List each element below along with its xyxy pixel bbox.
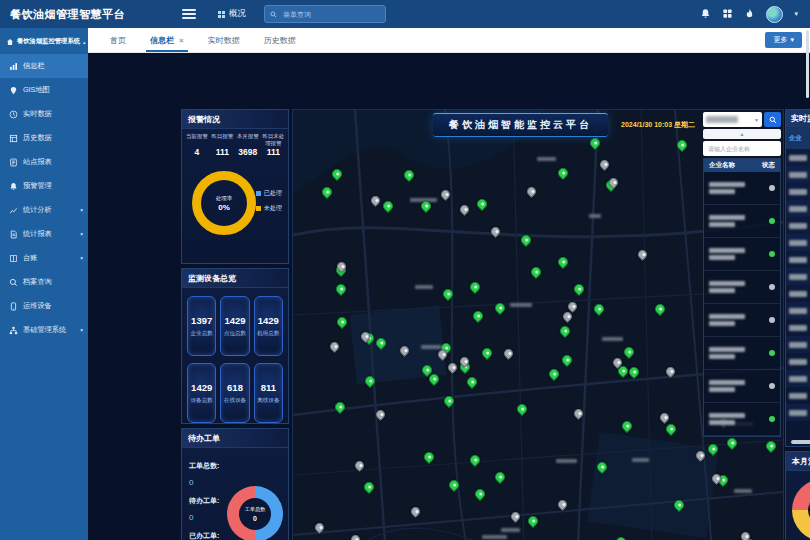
more-button[interactable]: 更多 ▾ xyxy=(765,32,802,48)
chevron-down-icon: ▾ xyxy=(80,255,83,261)
device-cards: 1397企业总数1429点位总数1429机组总数1429设备总数618在线设备8… xyxy=(182,288,288,431)
home-icon xyxy=(6,38,14,46)
sidebar-item-label: 基础管理系统 xyxy=(23,325,66,335)
table-row: 0.142024-01-30 10:03:00 xyxy=(786,234,810,251)
redacted-company-name xyxy=(709,345,745,361)
sidebar-item-site-report[interactable]: 站点报表 xyxy=(0,150,88,174)
flame-icon[interactable] xyxy=(744,5,755,23)
close-icon[interactable]: × xyxy=(179,36,184,45)
tab-history-data[interactable]: 历史数据 xyxy=(252,28,308,52)
app-root: 餐饮油烟管理智慧平台 概况 ▾ 餐饮油烟监控管理系统 ▴ 信息栏GIS地图实时数… xyxy=(0,0,810,540)
redacted-company-name xyxy=(789,206,807,212)
redacted-street-label xyxy=(510,303,532,307)
redacted-street-label xyxy=(556,459,577,463)
notification-bell-icon[interactable] xyxy=(700,5,711,23)
sidebar-item-alarm-management[interactable]: 预警管理 xyxy=(0,174,88,198)
sidebar: 餐饮油烟监控管理系统 ▴ 信息栏GIS地图实时数据历史数据站点报表预警管理统计分… xyxy=(0,28,88,540)
chevron-down-icon: ▾ xyxy=(790,36,794,44)
sidebar-item-history-data[interactable]: 历史数据 xyxy=(0,126,88,150)
sidebar-item-realtime-data[interactable]: 实时数据 xyxy=(0,102,88,126)
device-stat-value: 618 xyxy=(227,382,243,393)
collapse-panel-button[interactable]: ▲ xyxy=(703,129,781,139)
company-list-row[interactable] xyxy=(704,172,780,205)
sidebar-menu: 信息栏GIS地图实时数据历史数据站点报表预警管理统计分析▾统计报表▾台账▾档案查… xyxy=(0,54,88,342)
sidebar-item-archive-search[interactable]: 档案查询 xyxy=(0,270,88,294)
chevron-down-icon[interactable]: ▾ xyxy=(794,10,798,18)
horizontal-scrollbar[interactable] xyxy=(791,440,810,444)
sidebar-item-info-board[interactable]: 信息栏 xyxy=(0,54,88,78)
workorder-donut: 工单总数 0 xyxy=(227,486,283,540)
sidebar-item-label: 预警管理 xyxy=(23,181,52,191)
company-list-row[interactable] xyxy=(704,304,780,337)
search-icon xyxy=(769,116,777,124)
device-stat-value: 1397 xyxy=(191,315,212,326)
vertical-scrollbar[interactable] xyxy=(806,30,809,98)
sidebar-item-label: 统计报表 xyxy=(23,229,52,239)
chart-icon xyxy=(9,62,18,71)
table-row: 0.052024-01-30 10:03:00 xyxy=(786,302,810,319)
report-icon xyxy=(9,158,18,167)
sidebar-item-stat-analysis[interactable]: 统计分析▾ xyxy=(0,198,88,222)
company-list-row[interactable] xyxy=(704,205,780,238)
process-rate-donut: 处理率 0% xyxy=(192,171,256,235)
search-button[interactable] xyxy=(764,112,781,127)
rating-panel-title: 本月治理评级 xyxy=(786,452,810,471)
company-list-row[interactable] xyxy=(704,337,780,370)
workorder-stat-value: 0 xyxy=(189,513,219,522)
redacted-company-name xyxy=(709,312,745,328)
sidebar-item-label: 档案查询 xyxy=(23,277,52,287)
company-list-row[interactable] xyxy=(704,403,780,436)
sidebar-system-title: 餐饮油烟监控管理系统 xyxy=(17,37,80,46)
sidebar-item-maintenance-device[interactable]: 运维设备 xyxy=(0,294,88,318)
menu-search-input[interactable] xyxy=(281,10,365,19)
tab-home[interactable]: 首页 xyxy=(98,28,138,52)
tab-label: 首页 xyxy=(110,35,126,46)
workorder-panel: 待办工单 工单总数:0待办工单:0已办工单:0 工单总数 0 xyxy=(181,428,289,540)
table-row: 02022-09-17 01:34:00 xyxy=(786,370,810,387)
company-name-input[interactable] xyxy=(706,145,778,153)
table-row: 0.082023-11-01 22:25:00 xyxy=(786,285,810,302)
sidebar-item-label: 运维设备 xyxy=(23,301,52,311)
table-row: 0.592024-01-30 10:03:00 xyxy=(786,149,810,166)
process-rate-value: 0% xyxy=(218,203,230,212)
sidebar-item-stat-report[interactable]: 统计报表▾ xyxy=(0,222,88,246)
top-nav-tab[interactable]: 概况 xyxy=(218,8,246,20)
chevron-down-icon: ▼ xyxy=(754,117,759,123)
hamburger-menu-icon[interactable] xyxy=(182,9,196,19)
sidebar-item-gis-map[interactable]: GIS地图 xyxy=(0,78,88,102)
sidebar-item-label: 台账 xyxy=(23,253,37,263)
tab-info-board[interactable]: 信息栏× xyxy=(138,28,196,52)
menu-search-box[interactable] xyxy=(264,5,386,23)
redacted-company-name xyxy=(789,376,807,382)
redacted-selected-value xyxy=(706,116,738,123)
table-row: 0.192023-10-06 13:04:00 xyxy=(786,387,810,404)
sidebar-system-header[interactable]: 餐饮油烟监控管理系统 ▴ xyxy=(0,28,88,54)
company-filter-select[interactable]: ▼ xyxy=(703,112,762,127)
sidebar-item-basic-management[interactable]: 基础管理系统▾ xyxy=(0,318,88,342)
tab-realtime-data[interactable]: 实时数据 xyxy=(196,28,252,52)
sidebar-item-ledger[interactable]: 台账▾ xyxy=(0,246,88,270)
redacted-company-name xyxy=(789,359,807,365)
apps-grid-icon[interactable] xyxy=(722,5,733,23)
alarm-stat: 昨日报警111 xyxy=(210,133,236,157)
sidebar-item-label: 实时数据 xyxy=(23,109,52,119)
redacted-street-label xyxy=(501,528,520,532)
company-list-row[interactable] xyxy=(704,370,780,403)
device-stat-label: 在线设备 xyxy=(224,397,246,405)
redacted-street-label xyxy=(482,535,507,539)
alarm-stat-label: 昨日报警 xyxy=(210,133,236,146)
workorder-panel-title: 待办工单 xyxy=(182,429,288,448)
redacted-company-name xyxy=(789,274,807,280)
top-right-actions: ▾ xyxy=(700,5,810,23)
user-avatar[interactable] xyxy=(766,6,783,23)
company-list-row[interactable] xyxy=(704,271,780,304)
company-name-search[interactable] xyxy=(703,141,781,156)
legend-label: 已处理 xyxy=(264,189,282,198)
company-list-row[interactable] xyxy=(704,238,780,271)
map-view[interactable]: 餐饮油烟智能监控云平台 2024/1/30 10:03 星期二 ▼ ▲ xyxy=(292,109,784,540)
redacted-street-label xyxy=(415,285,433,289)
doc-icon xyxy=(9,230,18,239)
analysis-icon xyxy=(9,206,18,215)
device-stat-label: 设备总数 xyxy=(190,397,212,405)
alarm-stat-value: 4 xyxy=(184,147,210,157)
